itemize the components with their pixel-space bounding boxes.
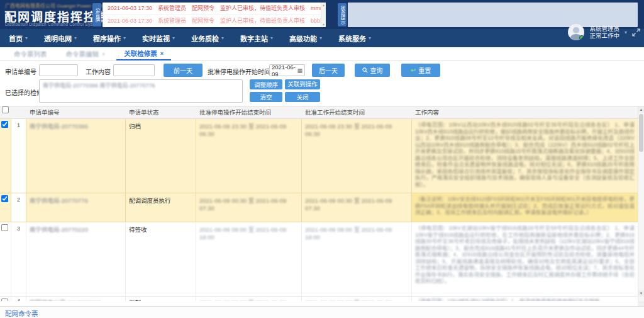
status-cell: 待签收 [126,222,196,296]
table-row[interactable]: 4 宜阳供电公司-2017060017 拟制 2021-06-09 09:00 … [0,297,638,301]
nav-menu: 首页▾ 透明电网▾ 程序操作▾ 实时监视▾ 业务质检▾ 数字主站▾ 高级功能▾ … [9,29,371,47]
application-number-cell: 南宁供电局-20770386 [26,119,126,193]
work-content: （停电范围：10kV北湖站10kV振宁线916线路26号杆至58号杆段及沿线各台… [415,225,635,284]
next-day-button[interactable]: 后一天 [312,64,345,77]
status-cell: 拟制 [126,297,196,301]
scrollbar-thumb[interactable] [639,114,643,152]
work-time-cell: 2021-06-09 09:00 至 2021-06-09 17:00 [302,297,412,301]
app-subtitle: Distribution Dispatch Command Control Sy… [5,22,100,26]
user-status: 正常工作中 [589,32,619,39]
selected-tickets-value: 南宁供电局-20770386 南宁供电局-20770776 [43,82,155,89]
reset-button[interactable]: ↩ 重置 [401,64,440,77]
user-name: 系统管理员 [589,25,619,32]
search-label: 查询 [370,65,383,75]
nav-item-realtime-monitor[interactable]: 实时监视▾ [142,33,175,43]
chevron-down-icon: ▾ [74,35,77,41]
tab-label: 关联检修票 [124,48,157,58]
row-checkbox[interactable] [1,121,8,128]
tab-command-ticket-list[interactable]: 命令票列表 [6,47,55,60]
prev-day-button[interactable]: 前一天 [164,64,203,77]
nav-label: 系统服务 [338,33,366,43]
close-button[interactable]: 关闭 [285,92,320,102]
row-checkbox[interactable] [1,195,8,202]
work-content: （停电范围：10kV以西站10kV西乡线910线路02号杆至35号杆段及沿线各台… [415,122,635,188]
nav-label: 首页 [9,33,23,43]
work-time-cell: 2021-06-09 08:00 至 2021-06-09 18:00 [302,222,412,296]
scroll-up-icon[interactable]: ▲ [322,3,325,7]
table-row[interactable]: 3 南宁供电局-20770220 待签收 2021-06-09 08:00 至 … [0,222,638,297]
work-time: 2021-06-09 09:00 至 2021-06-09 17:00 [305,299,392,301]
outage-time: 2021-06-09 09:00 至 2021-06-09 17:00 [199,299,286,301]
close-icon[interactable]: × [160,50,164,57]
table-header-row: 申请单编号 申请单状态 批准停电操作开始结束时间 批准工作开始结束时间 工作内容 [0,106,638,119]
scroll-down-icon[interactable]: ▼ [638,290,644,297]
footer-command-ticket-link[interactable]: 配网命令票 [5,309,38,318]
work-content-input[interactable] [113,64,155,76]
reset-label: 重置 [418,65,431,75]
application-no-input[interactable] [39,64,78,76]
chevron-down-icon: ▾ [172,35,175,41]
announcement-scrollbar[interactable]: ▲▼ [321,3,326,27]
work-time-cell: 2021-06-08 23:30 至 2021-06-09 06:30 [302,119,412,193]
application-number: 南宁供电局-20770386 [30,123,88,130]
adjust-order-button[interactable]: 调整顺序 [250,79,282,89]
nav-item-business-qc[interactable]: 业务质检▾ [191,33,224,43]
work-content-cell: （停电范围：10kV以西站10kV西乡线910线路02号杆至35号杆段及沿线各台… [412,119,638,193]
calendar-icon[interactable]: ▦ [297,67,303,74]
scroll-down-icon[interactable]: ▼ [322,23,325,26]
work-time: 2021-06-08 23:30 至 2021-06-09 06:30 [305,123,392,137]
status-cell: 归档 [126,119,196,193]
select-all-checkbox[interactable] [2,106,9,113]
user-cluster[interactable]: 系统管理员 正常工作中 ▾ [568,18,640,47]
row-checkbox[interactable] [1,224,8,231]
announcement-type: 配网预令 [192,5,214,11]
filter-toolbar: 申请单编号 工作内容 前一天 批准停电操作开始时间 2021-06-09 ▦ 后… [0,61,644,79]
tab-command-ticket-edit[interactable]: 命令票编辑× [58,47,113,60]
outage-time-cell: 2021-06-09 00:30 至 2021-06-09 07:30 [196,193,302,222]
vertical-scrollbar[interactable]: ▲ ▼ [638,106,644,301]
fullscreen-icon[interactable] [632,28,640,37]
reset-icon: ↩ [411,67,416,74]
work-time: 2021-06-09 08:00 至 2021-06-09 18:00 [305,226,392,241]
row-checkbox[interactable] [1,298,8,301]
close-icon[interactable]: × [102,51,105,57]
nav-item-transparent-grid[interactable]: 透明电网▾ [44,33,77,43]
main-navbar: 首页▾ 透明电网▾ 程序操作▾ 实时监视▾ 业务质检▾ 数字主站▾ 高级功能▾ … [0,29,644,47]
chevron-down-icon: ▾ [369,35,371,41]
table-row[interactable]: 2 南宁供电局-20770776 配调调度员执行 2021-06-09 00:3… [0,193,638,222]
nav-item-system-services[interactable]: 系统服务▾ [338,33,371,43]
outage-time: 2021-06-09 00:30 至 2021-06-09 07:30 [199,197,286,212]
associate-to-operation-ticket-button[interactable]: 关联到操作票 [285,79,320,89]
scroll-up-icon[interactable]: ▲ [638,106,644,113]
outage-time-cell: 2021-06-09 08:00 至 2021-06-09 18:00 [196,222,302,296]
app-root: 广西电网有限责任公司 Guangxi Power Grid 配网调度指挥控制系统… [0,0,644,318]
outage-time-cell: 2021-06-09 09:00 至 2021-06-09 17:00 [196,297,302,301]
announcement-type: 配网预令 [192,18,214,24]
footer-bar: 配网命令票 [0,306,644,318]
chevron-down-icon[interactable]: ▾ [625,30,627,35]
application-number: 南宁供电局-20770776 [30,197,88,204]
nav-label: 业务质检 [191,33,219,43]
row-checkbox-cell [0,193,11,222]
top-header-bar: 广西电网有限责任公司 Guangxi Power Grid 配网调度指挥控制系统… [0,0,644,29]
chevron-down-icon: ▾ [221,35,224,41]
nav-item-home[interactable]: 首页▾ [9,33,28,43]
nav-item-advanced-functions[interactable]: 高级功能▾ [289,33,322,43]
search-button[interactable]: 查询 [355,64,390,77]
table-row[interactable]: 1 南宁供电局-20770386 归档 2021-06-08 23:30 至 2… [0,119,638,193]
outage-time: 2021-06-08 23:30 至 2021-06-09 06:30 [199,123,286,137]
announcement-item[interactable]: 2021-06-03 17:30系统管理员配网预令监护人已审核，待值班负责人审核… [103,3,326,14]
announcement-item[interactable]: 2021-06-03 17:30系统管理员配网预令监护人已审核，待值班负责人审核… [103,14,326,26]
work-content-cell: （停电范围：10kV北湖站10kV振宁线916线路26号杆至58号杆段及沿线各台… [412,222,638,296]
maintenance-ticket-table: 申请单编号 申请单状态 批准停电操作开始结束时间 批准工作开始结束时间 工作内容… [0,106,644,301]
tab-associated-maintenance-ticket[interactable]: 关联检修票× [116,47,171,60]
row-checkbox-cell [0,119,11,193]
date-picker[interactable]: 2021-06-09 ▦ [269,64,305,76]
nav-item-digital-station[interactable]: 数字主站▾ [240,33,273,43]
application-number: 南宁供电局-20770220 [30,226,88,233]
status-tip-badge: 状态提示 [338,3,347,26]
selected-tickets-textarea[interactable]: 南宁供电局-20770386 南宁供电局-20770776 [39,79,243,103]
nav-item-program-operation[interactable]: 程序操作▾ [93,33,126,43]
avatar[interactable] [568,24,584,40]
clear-button[interactable]: 清空 [250,92,282,102]
